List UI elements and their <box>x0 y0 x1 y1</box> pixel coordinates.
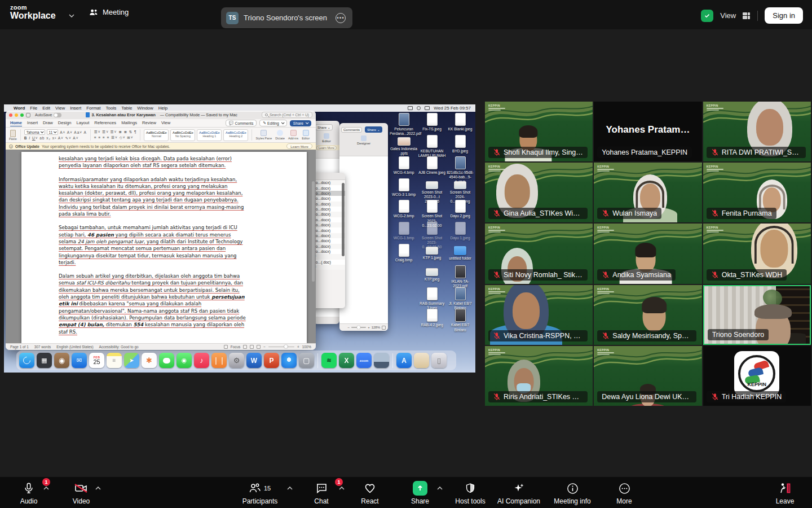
ai-companion-button[interactable]: AI Companion <box>493 480 544 505</box>
video-button[interactable]: Video <box>64 480 98 505</box>
folder2-dock-icon[interactable] <box>414 353 429 368</box>
add-ins-button[interactable]: Add-ins <box>288 130 298 140</box>
web-layout-icon[interactable] <box>257 345 261 349</box>
style-card[interactable]: AaBbCcDdEeNormal <box>144 129 169 141</box>
background-window-2[interactable]: CommentsShare ⌄ Designer −+128% <box>339 123 388 331</box>
desktop-icon[interactable]: RAB-Summary 3.jpeg <box>418 287 446 310</box>
desktop-icon[interactable]: Dayu 1.jpeg <box>446 222 474 240</box>
close-window-button[interactable] <box>9 113 12 117</box>
settings-dock-icon[interactable]: ⚙ <box>229 353 244 368</box>
notes-dock-icon[interactable]: ≡ <box>107 353 122 368</box>
word-tab-mailings[interactable]: Mailings <box>121 120 137 126</box>
save-icon[interactable] <box>26 113 30 117</box>
maps-dock-icon[interactable]: ➤ <box>124 353 139 368</box>
desktop-icon[interactable]: Gates Indonesia .ppts <box>390 135 418 156</box>
word-tab-view[interactable]: View <box>161 120 170 126</box>
desktop-icon[interactable]: WCG-4.bmp <box>390 156 418 175</box>
menu-item[interactable]: Format <box>86 106 100 111</box>
menu-item[interactable]: Edit <box>42 106 50 111</box>
desktop-icon[interactable]: AJB Cinere.jpeg <box>418 156 446 175</box>
desktop-icon[interactable]: RAB-4 2.jpeg <box>418 309 446 327</box>
menu-item[interactable]: Help <box>158 106 167 111</box>
participant-tile[interactable]: KEPPINWulan Ismaya <box>594 163 701 222</box>
roblox-dock-icon[interactable]: ▢ <box>299 353 314 368</box>
word-tab-draw[interactable]: Draw <box>43 120 53 126</box>
word-tab-layout[interactable]: Layout <box>76 120 89 126</box>
desktop-icon[interactable]: untitled folder <box>446 244 474 261</box>
scrollbar[interactable] <box>312 181 315 282</box>
desktop-icon[interactable]: Craig.bmp <box>390 244 418 262</box>
designer-tool[interactable]: Designer <box>339 135 388 145</box>
video-options-caret[interactable] <box>95 485 102 492</box>
zoom-slider[interactable] <box>268 347 294 348</box>
finder-dock-icon[interactable] <box>19 353 34 368</box>
bold-italic-underline-icons[interactable]: B I U˅ ab x₂ x² A˅ ✎˅ A˅ <box>24 136 79 141</box>
search-icon[interactable] <box>417 106 421 110</box>
print-layout-icon[interactable] <box>250 345 254 349</box>
font-name-select[interactable]: Tahoma <box>24 129 45 135</box>
chat-button[interactable]: 1 Chat <box>304 480 338 505</box>
menu-item[interactable]: Table <box>121 106 132 111</box>
more-button[interactable]: More <box>607 480 641 505</box>
word-tab-review[interactable]: Review <box>142 120 156 126</box>
font-grow-shrink-icons[interactable]: A˄ A˅ Aa˅ A <box>60 130 87 134</box>
participant-tile[interactable]: KEPPINShofi Khaqul Ilmy, Singaraja <box>485 102 593 161</box>
read-mode-icon[interactable] <box>243 345 247 349</box>
messages-dock-icon[interactable] <box>159 353 174 368</box>
word-tab-home[interactable]: Home <box>10 120 22 126</box>
view-button-label[interactable]: View <box>720 11 736 20</box>
desktop-icon[interactable]: BYD.jpeg <box>446 135 474 154</box>
powerpoint-dock-icon[interactable]: P <box>264 353 279 368</box>
font-size-select[interactable]: 11 <box>47 129 59 135</box>
spotify-dock-icon[interactable]: ≋ <box>321 353 337 368</box>
share-button-small[interactable]: Share ⌄ <box>315 124 333 130</box>
participant-tile[interactable]: KEPPINDewa Ayu Liona Dewi UKWMS <box>594 346 701 406</box>
style-card[interactable]: AaBbCcDdEeNo Spacing <box>170 129 195 141</box>
audio-button[interactable]: 1 Audio <box>12 480 46 505</box>
editor-button[interactable]: Editor <box>302 130 310 140</box>
word-tab-design[interactable]: Design <box>58 120 72 126</box>
mail-dock-icon[interactable]: ✉ <box>72 353 87 368</box>
photos-dock-icon[interactable]: ✱ <box>142 353 157 368</box>
participant-tile[interactable]: KEPPINSaldy Mesirisandy, SpPD, ... <box>594 285 701 345</box>
participants-button[interactable]: 15 Participants <box>235 480 285 505</box>
participant-tile[interactable]: KEPPINSiti Novy Romlah_ Stikes W... <box>485 224 593 283</box>
participant-tile[interactable]: Yohanes Pratam…Yohanes Pratama_KEPPIN <box>594 102 701 161</box>
menu-item[interactable]: View <box>55 106 65 111</box>
react-button[interactable]: React <box>353 480 387 505</box>
word-window[interactable]: AutoSave 3. Kesalahan atau Eror Karyawan… <box>6 111 316 350</box>
participant-tile[interactable]: KEPPINRiris Andriati_STIKes WDH <box>485 346 593 406</box>
menu-bar-clock[interactable]: Wed 25 Feb 09:57 <box>434 106 471 111</box>
status-item[interactable]: Accessibility: Good to go <box>99 345 139 349</box>
share-options-caret[interactable] <box>436 485 443 492</box>
music-dock-icon[interactable]: ♪ <box>194 353 209 368</box>
document-page[interactable]: kesalahan yang terjadi kelak bisa dicega… <box>21 152 307 343</box>
share-button-small-2[interactable]: Share ⌄ <box>365 126 382 133</box>
more-options-icon[interactable]: ••• <box>336 13 346 23</box>
chevron-down-icon[interactable] <box>69 13 74 19</box>
menu-item[interactable]: File <box>30 106 37 111</box>
scrollbar[interactable] <box>342 183 345 256</box>
facetime-dock-icon[interactable]: ◉ <box>176 353 192 368</box>
participant-tile[interactable]: Triono Soendoro <box>703 285 811 345</box>
style-card[interactable]: AaBbCcDdEeHeading 1 <box>197 129 222 141</box>
word-tab-references[interactable]: References <box>94 120 116 126</box>
learn-more-button[interactable]: Learn More <box>286 143 312 149</box>
dictate-button[interactable]: Dictate <box>275 130 285 140</box>
share-button[interactable]: Share <box>290 120 311 126</box>
view-layout-icon[interactable] <box>743 12 751 19</box>
paste-button[interactable]: Paste <box>9 130 17 141</box>
minimize-window-button[interactable] <box>15 113 18 117</box>
sign-in-button[interactable]: Sign in <box>765 7 803 24</box>
word-search-box[interactable]: Search (Cmd + Ctrl + U) <box>262 112 312 118</box>
audio-options-caret[interactable] <box>43 485 50 492</box>
calendar-dock-icon[interactable]: FEB25 <box>89 353 104 368</box>
participants-options-caret[interactable] <box>286 485 293 492</box>
excel-dock-icon[interactable]: X <box>339 353 354 368</box>
meeting-info-button[interactable]: Meeting info <box>550 480 595 505</box>
comments-button-small[interactable]: Comments <box>341 127 362 133</box>
shared-screen-pill[interactable]: TS Triono Soendoro's screen ••• <box>221 7 352 28</box>
preview-dock-icon[interactable] <box>374 353 389 368</box>
list-icons[interactable]: ☰˅ ☰˅ ☰˅ ≣ ≣ ⇅ ¶ <box>94 130 137 134</box>
word-dock-icon[interactable]: W <box>246 353 262 368</box>
